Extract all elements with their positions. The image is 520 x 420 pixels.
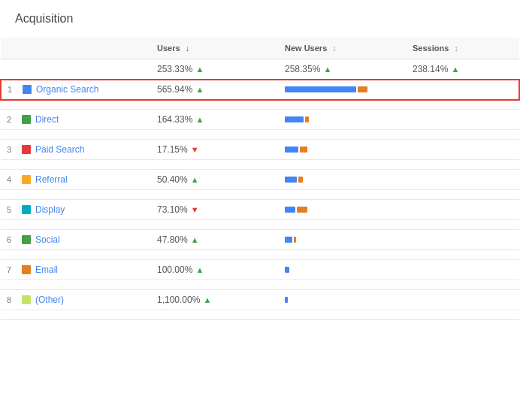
row-number: 4 <box>7 175 17 184</box>
summary-label-cell <box>1 59 151 80</box>
channel-name-cell: 3Paid Search <box>1 140 151 160</box>
users-percentage: 50.40% <box>157 174 188 185</box>
users-trend-icon <box>203 295 211 304</box>
channel-color-indicator <box>22 115 31 124</box>
summary-row: 253.33% 258.35% 238.14% <box>1 59 519 80</box>
section-title: Acquisition <box>15 12 505 26</box>
channel-color-indicator <box>22 205 31 214</box>
spacer-row <box>1 100 519 110</box>
users-percentage: 47.80% <box>157 234 188 245</box>
users-value-cell: 47.80% <box>151 230 279 250</box>
newusers-bar-cell <box>279 290 407 310</box>
bar-chart-container <box>285 207 367 213</box>
users-value-cell: 565.94% <box>151 80 279 100</box>
bar-chart-container <box>285 237 367 243</box>
spacer-row <box>1 160 519 170</box>
users-trend-icon <box>191 175 199 184</box>
bar-blue <box>285 237 292 243</box>
table-row: 8(Other)1,100.00% <box>1 290 519 310</box>
table-row: 7Email100.00% <box>1 260 519 280</box>
users-value-cell: 73.10% <box>151 200 279 220</box>
summary-users-cell: 253.33% <box>151 59 279 80</box>
summary-sessions-value: 238.14% <box>413 64 448 74</box>
bar-orange <box>294 237 296 243</box>
bar-chart-container <box>285 147 367 153</box>
newusers-bar-cell <box>279 80 407 100</box>
newusers-bar-cell <box>279 110 407 130</box>
newusers-bar-cell <box>279 260 407 280</box>
users-percentage: 1,100.00% <box>157 295 200 305</box>
sessions-cell <box>407 230 519 250</box>
row-number: 3 <box>7 145 17 154</box>
col-header-newusers[interactable]: New Users ↕ <box>279 38 407 59</box>
channel-color-indicator <box>22 175 31 184</box>
users-value-cell: 50.40% <box>151 170 279 190</box>
bar-blue <box>285 116 304 122</box>
users-percentage: 17.15% <box>157 144 188 155</box>
sort-icon-sessions[interactable]: ↕ <box>454 44 458 53</box>
users-trend-icon <box>191 235 199 244</box>
summary-sessions-trend-icon <box>451 65 459 74</box>
channel-name-cell: 7Email <box>1 260 151 280</box>
channel-name-cell: 8(Other) <box>1 290 151 310</box>
users-trend-icon <box>195 115 204 124</box>
bar-orange <box>305 116 309 122</box>
sort-icon-users[interactable]: ↓ <box>186 44 190 53</box>
col-header-sessions[interactable]: Sessions ↕ <box>407 38 519 59</box>
bar-blue <box>285 177 297 183</box>
spacer-row <box>1 310 519 320</box>
sort-icon-newusers[interactable]: ↕ <box>332 44 337 53</box>
users-percentage: 73.10% <box>157 204 188 215</box>
row-number: 6 <box>7 235 17 244</box>
row-number: 8 <box>7 295 17 304</box>
channel-link[interactable]: Display <box>35 204 65 215</box>
summary-users-value: 253.33% <box>157 64 192 74</box>
main-container: Acquisition Users ↓ New Users ↕ Sessions… <box>0 0 520 420</box>
summary-users-trend-icon <box>195 65 204 74</box>
channel-color-indicator <box>22 235 31 244</box>
spacer-row <box>1 130 519 140</box>
col-header-name <box>1 38 151 59</box>
channel-link[interactable]: Social <box>35 234 60 245</box>
bar-chart-container <box>285 116 367 122</box>
channel-link[interactable]: (Other) <box>35 295 64 305</box>
users-value-cell: 17.15% <box>151 140 279 160</box>
channel-name-cell: 4Referral <box>1 170 151 190</box>
sessions-cell <box>407 200 519 220</box>
table-row: 1Organic Search565.94% <box>1 80 519 100</box>
users-percentage: 565.94% <box>157 84 192 95</box>
bar-orange <box>298 177 303 183</box>
newusers-bar-cell <box>279 230 407 250</box>
row-number: 1 <box>8 85 18 94</box>
sessions-cell <box>407 290 519 310</box>
spacer-row <box>1 220 519 230</box>
bar-blue <box>285 147 298 153</box>
channel-color-indicator <box>23 85 32 94</box>
channel-link[interactable]: Paid Search <box>35 144 84 155</box>
sessions-cell <box>407 80 519 100</box>
table-row: 2Direct164.33% <box>1 110 519 130</box>
newusers-bar-cell <box>279 170 407 190</box>
channel-link[interactable]: Email <box>35 264 58 275</box>
channel-link[interactable]: Referral <box>35 174 68 185</box>
summary-sessions-cell: 238.14% <box>407 59 519 80</box>
spacer-row <box>1 250 519 260</box>
sessions-cell <box>407 110 519 130</box>
col-header-users[interactable]: Users ↓ <box>151 38 279 59</box>
summary-newusers-trend-icon <box>323 65 331 74</box>
users-trend-icon <box>191 205 199 214</box>
channel-link[interactable]: Organic Search <box>36 84 98 95</box>
table-header-row: Users ↓ New Users ↕ Sessions ↕ <box>1 38 519 59</box>
users-percentage: 100.00% <box>157 264 192 275</box>
bar-chart-container <box>285 267 367 273</box>
channel-name-cell: 6Social <box>1 230 151 250</box>
users-value-cell: 164.33% <box>151 110 279 130</box>
bar-chart-container <box>285 86 367 92</box>
users-percentage: 164.33% <box>157 114 192 125</box>
bar-orange <box>358 86 367 92</box>
channel-name-cell: 2Direct <box>1 110 151 130</box>
spacer-row <box>1 280 519 290</box>
channel-link[interactable]: Direct <box>35 114 59 125</box>
spacer-row <box>1 190 519 200</box>
summary-newusers-cell: 258.35% <box>279 59 407 80</box>
